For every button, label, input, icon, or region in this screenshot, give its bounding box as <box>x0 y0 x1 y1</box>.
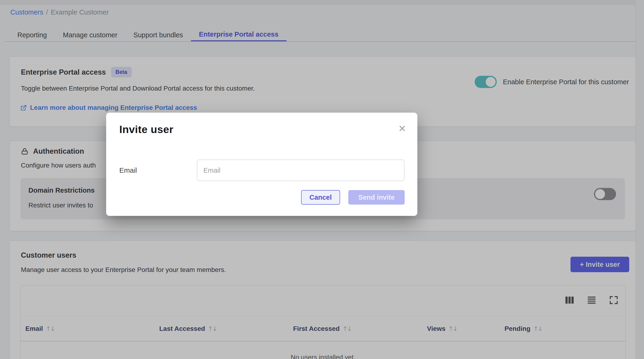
cancel-button[interactable]: Cancel <box>301 190 340 205</box>
invite-user-modal: Invite user ✕ Email Cancel Send invite <box>106 113 417 216</box>
email-label: Email <box>119 160 137 181</box>
modal-title: Invite user <box>119 123 174 136</box>
email-field[interactable] <box>197 160 404 181</box>
send-invite-button[interactable]: Send invite <box>348 190 405 205</box>
close-icon[interactable]: ✕ <box>397 123 407 134</box>
